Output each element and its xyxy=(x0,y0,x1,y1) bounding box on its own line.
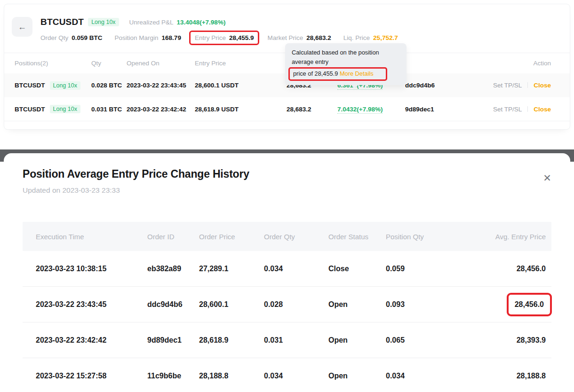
symbol-title: BTCUSDT xyxy=(40,17,84,27)
modal-updated-timestamp: Updated on 2023-03-23 23:33 xyxy=(23,186,551,195)
cell-execution-time: 2023-03-23 10:38:15 xyxy=(36,265,147,273)
cell-order-id: eb382a89 xyxy=(147,265,199,273)
row-qty: 0.028 BTC xyxy=(91,82,127,89)
leverage-badge: Long 10x xyxy=(88,18,119,26)
annotation-box-avg-entry: 28,456.0 xyxy=(507,293,552,316)
stat-position-margin: Position Margin 168.79 xyxy=(115,34,181,41)
action-divider xyxy=(527,106,528,112)
cell-order-id: ddc9d4b6 xyxy=(147,300,199,309)
history-row-2: 2023-03-22 23:43:45 ddc9d4b6 28,600.1 0.… xyxy=(23,287,551,322)
cell-position-qty: 0.093 xyxy=(386,300,459,309)
column-header-execution-time: Execution Time xyxy=(36,233,147,241)
row-market-price: 28,683.2 xyxy=(287,106,337,113)
more-details-link[interactable]: More Details xyxy=(340,70,374,77)
cell-order-status: Open xyxy=(328,372,386,380)
cell-order-status: Open xyxy=(328,300,386,309)
annotation-box-entry-price: Entry Price 28,455.9 xyxy=(189,31,260,45)
tooltip-line1: Calculated based on the position average… xyxy=(292,48,400,67)
cell-order-qty: 0.034 xyxy=(264,265,328,273)
position-summary: BTCUSDT Long 10x Unrealized P&L 13.4048(… xyxy=(40,17,410,43)
cell-position-qty: 0.065 xyxy=(386,336,459,345)
cell-execution-time: 2023-03-22 15:27:58 xyxy=(36,372,147,380)
column-header-position-qty: Position Qty xyxy=(386,233,459,241)
column-header-avg-entry-price: Avg. Entry Price xyxy=(459,233,546,241)
modal-close-button[interactable]: ✕ xyxy=(539,170,555,186)
row-order-id: ddc9d4b6 xyxy=(405,82,485,89)
modal-title: Position Average Entry Price Change Hist… xyxy=(23,167,551,180)
history-row-3: 2023-03-22 23:42:42 9d89dec1 28,618.9 0.… xyxy=(23,322,551,358)
cell-avg-entry-price: 28,188.8 xyxy=(459,372,546,380)
row-symbol: BTCUSDT xyxy=(15,82,45,89)
cell-order-qty: 0.031 xyxy=(264,336,328,345)
cell-order-status: Open xyxy=(328,336,386,345)
stat-order-qty: Order Qty 0.059 BTC xyxy=(40,34,103,41)
close-position-button[interactable]: Close xyxy=(534,82,551,89)
history-table-header: Execution Time Order ID Order Price Orde… xyxy=(23,222,551,251)
entry-price-history-modal: Position Average Entry Price Change Hist… xyxy=(4,153,570,392)
cell-order-price: 27,289.1 xyxy=(199,265,264,273)
column-header-action: Action xyxy=(485,60,551,67)
cell-order-id: 9d89dec1 xyxy=(147,336,199,345)
entry-price-tooltip: Calculated based on the position average… xyxy=(285,43,407,85)
tooltip-line2: price of 28,455.9 xyxy=(293,70,340,77)
row-leverage-badge: Long 10x xyxy=(50,81,80,90)
row-leverage-badge: Long 10x xyxy=(50,105,80,113)
column-header-order-id: Order ID xyxy=(147,233,199,241)
column-header-order-status: Order Status xyxy=(328,233,386,241)
cell-order-price: 28,600.1 xyxy=(199,300,264,309)
set-tpsl-button[interactable]: Set TP/SL xyxy=(493,106,522,113)
column-header-order-qty: Order Qty xyxy=(264,233,328,241)
row-qty: 0.031 BTC xyxy=(91,106,127,113)
row-opened-on: 2023-03-22 23:43:45 xyxy=(127,82,195,89)
unrealized-pnl-value: 13.4048(+7.98%) xyxy=(176,19,225,26)
column-header-entry-price: Entry Price xyxy=(195,60,287,67)
cell-execution-time: 2023-03-22 23:43:45 xyxy=(36,300,147,309)
row-entry-price: 28,600.1 USDT xyxy=(195,82,287,89)
stat-entry-price: Entry Price 28,455.9 xyxy=(193,33,255,43)
row-symbol: BTCUSDT xyxy=(15,106,45,113)
cell-position-qty: 0.059 xyxy=(386,265,459,273)
cell-order-price: 28,188.8 xyxy=(199,372,264,380)
close-position-button[interactable]: Close xyxy=(534,106,551,113)
cell-order-status: Close xyxy=(328,265,386,273)
tooltip-arrow xyxy=(351,85,359,88)
history-row-1: 2023-03-23 10:38:15 eb382a89 27,289.1 0.… xyxy=(23,251,551,287)
cell-position-qty: 0.034 xyxy=(386,372,459,380)
stat-liq-price: Liq. Price 25,752.7 xyxy=(343,34,398,41)
row-opened-on: 2023-03-22 23:42:42 xyxy=(127,106,195,113)
row-unrealized-pnl[interactable]: 7.0432(+7.98%) xyxy=(337,106,405,113)
cell-execution-time: 2023-03-22 23:42:42 xyxy=(36,336,147,345)
unrealized-pnl-label: Unrealized P&L xyxy=(129,19,174,26)
annotation-box-tooltip: price of 28,455.9 More Details xyxy=(288,67,387,81)
column-header-qty: Qty xyxy=(91,60,127,67)
action-divider xyxy=(527,82,528,88)
stat-market-price: Market Price 28,683.2 xyxy=(267,34,331,41)
back-arrow-icon: ← xyxy=(18,22,26,32)
set-tpsl-button[interactable]: Set TP/SL xyxy=(493,82,522,89)
cell-avg-entry-price: 28,456.0 xyxy=(459,265,546,273)
history-row-4: 2023-03-22 15:27:58 11c9b6be 28,188.8 0.… xyxy=(23,358,551,392)
cell-avg-entry-price: 28,456.0 xyxy=(459,298,546,311)
position-row-2: BTCUSDT Long 10x 0.031 BTC 2023-03-22 23… xyxy=(4,97,570,121)
column-header-order-price: Order Price xyxy=(199,233,264,241)
cell-order-qty: 0.028 xyxy=(264,300,328,309)
row-entry-price: 28,618.9 USDT xyxy=(195,106,287,113)
cell-avg-entry-price: 28,393.9 xyxy=(459,336,546,345)
row-order-id: 9d89dec1 xyxy=(405,106,485,113)
back-button[interactable]: ← xyxy=(12,17,32,37)
column-header-opened-on: Opened On xyxy=(127,60,195,67)
cell-order-price: 28,618.9 xyxy=(199,336,264,345)
close-icon: ✕ xyxy=(543,172,551,184)
column-header-positions: Positions(2) xyxy=(15,60,91,67)
cell-order-qty: 0.034 xyxy=(264,372,328,380)
cell-order-id: 11c9b6be xyxy=(147,372,199,380)
